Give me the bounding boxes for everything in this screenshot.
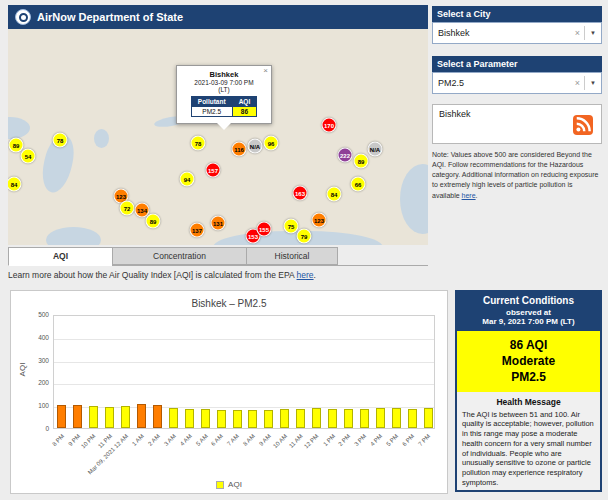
x-tick-label: 5 AM [195, 433, 209, 447]
aqi-map-marker[interactable]: N/A [368, 142, 383, 157]
aqi-bar[interactable] [233, 410, 242, 428]
tab-historical[interactable]: Historical [246, 247, 338, 265]
aqi-map-marker[interactable]: 155 [257, 222, 272, 237]
parameter-select[interactable]: PM2.5 × ▼ [432, 72, 602, 94]
aqi-map-marker[interactable]: 137 [190, 223, 205, 238]
aqi-bar[interactable] [376, 408, 385, 428]
learn-more-link[interactable]: here [297, 270, 314, 280]
popup-table: Pollutant AQI PM2.5 86 [191, 96, 257, 117]
learn-more-prefix: Learn more about how the Air Quality Ind… [8, 270, 297, 280]
parameter-select-value: PM2.5 [433, 78, 571, 88]
aqi-map-marker[interactable]: 163 [293, 186, 308, 201]
clear-icon[interactable]: × [571, 28, 584, 38]
aqi-bar[interactable] [296, 409, 305, 428]
city-select[interactable]: Bishkek × ▼ [432, 22, 602, 44]
aqi-map-marker[interactable]: 222 [338, 148, 353, 163]
aqi-map-marker[interactable]: 84 [8, 177, 22, 192]
aqi-map-marker[interactable]: 116 [232, 142, 247, 157]
aqi-map-marker[interactable]: 79 [297, 229, 312, 244]
rss-feed-city-label: Bishkek [439, 109, 471, 119]
aqi-bar[interactable] [280, 409, 289, 428]
aqi-bar[interactable] [264, 410, 273, 428]
dos-seal-icon [15, 9, 31, 25]
aqi-bar[interactable] [424, 408, 433, 428]
aqi-bar[interactable] [73, 405, 82, 428]
aqi-map-marker[interactable]: 123 [312, 213, 327, 228]
aqi-bar[interactable] [328, 409, 337, 428]
y-tick-label: 100 [13, 402, 49, 409]
x-tick-label: 6 PM [401, 433, 415, 447]
aqi-map-marker[interactable]: 157 [206, 163, 221, 178]
x-tick-label: 3 AM [163, 433, 177, 447]
x-tick-label: 8 AM [242, 433, 256, 447]
x-tick-label: 4 PM [369, 433, 383, 447]
aqi-bar[interactable] [392, 408, 401, 428]
health-message-text: The AQI is between 51 and 100. Air quali… [457, 410, 600, 488]
observed-at-label: observed at [459, 308, 598, 317]
chart-title: Bishkek – PM2.5 [11, 298, 447, 309]
y-tick-label: 0 [13, 425, 49, 432]
aqi-map-marker[interactable]: 131 [211, 216, 226, 231]
popup-pollutant-value: PM2.5 [191, 107, 232, 117]
rss-icon[interactable] [573, 115, 593, 135]
aqi-bar[interactable] [248, 410, 257, 428]
aqi-bar[interactable] [217, 410, 226, 428]
x-tick-label: 9 AM [258, 433, 272, 447]
aqi-bar[interactable] [57, 405, 66, 428]
aqi-map[interactable]: 8954847878116N/A9617022289N/A15794163123… [8, 29, 428, 245]
aqi-map-marker[interactable]: 94 [180, 172, 195, 187]
aqi-map-marker[interactable]: 84 [327, 187, 342, 202]
popup-col-aqi: AQI [232, 97, 257, 107]
aqi-bar[interactable] [153, 405, 162, 428]
aqi-map-marker[interactable]: 78 [191, 136, 206, 151]
aqi-map-marker[interactable]: N/A [248, 139, 263, 154]
tab-concentration[interactable]: Concentration [112, 247, 246, 265]
y-tick-label: 400 [13, 334, 49, 341]
chevron-down-icon[interactable]: ▼ [585, 30, 601, 36]
popup-aqi-value: 86 [232, 107, 257, 117]
water-area-east-sea [400, 164, 428, 234]
x-tick-label: 5 PM [385, 433, 399, 447]
popup-datetime: 2021-03-09 7:00 PM [180, 79, 268, 86]
select-city-header: Select a City [432, 6, 602, 22]
aqi-map-marker[interactable]: 170 [322, 118, 337, 133]
aqi-map-marker[interactable]: 75 [284, 219, 299, 234]
aqi-map-marker[interactable]: 54 [21, 149, 36, 164]
popup-arrow [217, 123, 231, 130]
aqi-bar[interactable] [408, 409, 417, 428]
aqi-bar[interactable] [169, 408, 178, 428]
aqi-bar[interactable] [185, 409, 194, 428]
x-tick-label: 10 AM [272, 433, 288, 449]
aqi-map-marker[interactable]: 89 [146, 214, 161, 229]
legend-aqi-label: AQI [228, 480, 242, 489]
water-area-northwest [8, 117, 30, 139]
observed-at-value: Mar 9, 2021 7:00 PM (LT) [459, 317, 598, 326]
current-conditions-panel: Current Conditions observed at Mar 9, 20… [455, 290, 602, 492]
aqi-map-marker[interactable]: 72 [120, 201, 135, 216]
y-tick-label: 500 [13, 311, 49, 318]
tab-aqi[interactable]: AQI [8, 247, 112, 266]
aqi-map-marker[interactable]: 89 [354, 154, 369, 169]
chart-plot-area [53, 315, 435, 429]
learn-more-suffix: . [314, 270, 316, 280]
chevron-down-icon[interactable]: ▼ [585, 80, 601, 86]
aqi-map-marker[interactable]: 96 [264, 136, 279, 151]
aqi-bar[interactable] [360, 409, 369, 428]
x-tick-label: 1 PM [322, 433, 336, 447]
popup-timezone: (LT) [180, 86, 268, 93]
note-link[interactable]: here [462, 192, 476, 199]
aqi-bar[interactable] [312, 408, 321, 428]
x-tick-label: 7 AM [226, 433, 240, 447]
note-prefix: Note: Values above 500 are considered Be… [432, 151, 598, 199]
aqi-bar[interactable] [121, 406, 130, 428]
aqi-map-marker[interactable]: 66 [351, 177, 366, 192]
aqi-bar[interactable] [137, 404, 146, 428]
current-conditions-header: Current Conditions observed at Mar 9, 20… [457, 292, 600, 331]
clear-icon[interactable]: × [571, 78, 584, 88]
aqi-map-marker[interactable]: 78 [53, 133, 68, 148]
aqi-bar[interactable] [201, 409, 210, 428]
aqi-bar[interactable] [105, 407, 114, 428]
popup-close-icon[interactable]: × [263, 67, 268, 75]
aqi-bar[interactable] [89, 406, 98, 428]
aqi-bar[interactable] [344, 409, 353, 428]
